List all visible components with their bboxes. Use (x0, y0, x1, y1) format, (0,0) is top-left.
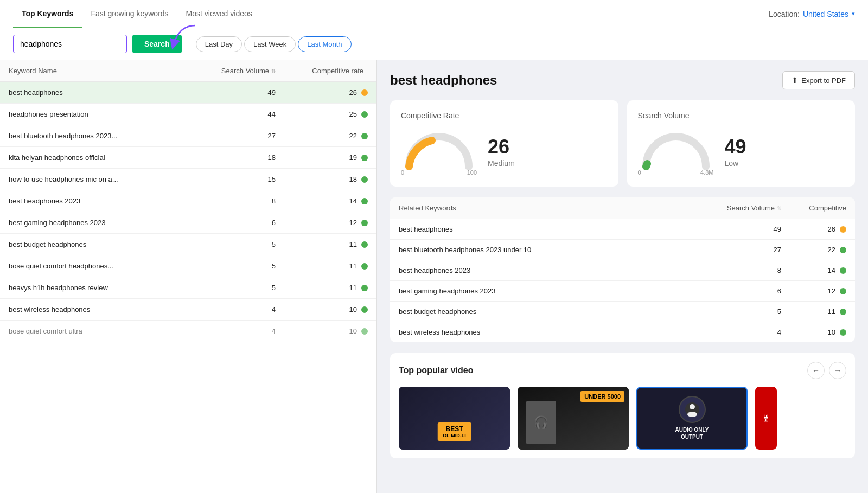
detail-header: best headphones ⬆ Export to PDF (390, 71, 855, 89)
search-volume-label: Low (725, 159, 746, 168)
kw-name: best budget headphones (9, 240, 210, 248)
rel-kw-volume: 6 (700, 287, 787, 295)
video-prev-button[interactable]: ← (807, 362, 825, 379)
related-keywords-header: Related Keywords Search Volume ⇅ Competi… (390, 197, 855, 219)
kw-name: headphones presentation (9, 110, 210, 118)
top-nav: Top Keywords Fast growing keywords Most … (0, 0, 868, 28)
video-thumb-3[interactable]: AUDIO ONLYOUTPUT (636, 387, 748, 450)
competitive-rate-title: Competitive Rate (401, 111, 608, 120)
table-row[interactable]: headphones presentation 44 25 (0, 104, 376, 125)
rel-kw-rate: 14 (787, 266, 846, 274)
search-input[interactable] (13, 35, 127, 53)
nav-tabs: Top Keywords Fast growing keywords Most … (13, 0, 261, 28)
table-row[interactable]: how to use headphones mic on a... 15 18 (0, 169, 376, 190)
table-row[interactable]: heavys h1h headphones review 5 11 (0, 277, 376, 299)
kw-name: kita heiyan headphones official (9, 153, 210, 162)
rel-kw-volume: 49 (700, 225, 787, 233)
kw-volume: 44 (210, 110, 286, 118)
search-button[interactable]: Search (132, 35, 182, 53)
rel-col-keyword: Related Keywords (399, 204, 700, 212)
rel-row[interactable]: best bluetooth headphones 2023 under 10 … (390, 240, 855, 260)
kw-name: best headphones 2023 (9, 197, 210, 205)
keyword-title: best headphones (390, 73, 497, 88)
rel-sort-icon[interactable]: ⇅ (777, 205, 781, 211)
location-label: Location: (769, 10, 800, 18)
video-section-title: Top popular video (399, 366, 473, 375)
rel-row[interactable]: best budget headphones 5 11 (390, 302, 855, 322)
competitive-rate-value: 26 (488, 137, 515, 157)
search-volume-card: Search Volume 0 4.8M (627, 100, 856, 187)
sv-gauge-min: 0 (638, 169, 641, 176)
video-next-button[interactable]: → (829, 362, 846, 379)
rel-kw-volume: 4 (700, 328, 787, 336)
search-volume-value: 49 (725, 137, 746, 157)
main-layout: Keyword Name Search Volume ⇅ Competitive… (0, 60, 868, 493)
kw-volume: 5 (210, 240, 286, 248)
kw-volume: 15 (210, 175, 286, 183)
kw-name: best bluetooth headphones 2023... (9, 132, 210, 140)
col-search-volume[interactable]: Search Volume ⇅ (210, 67, 286, 75)
gauge-max: 100 (467, 169, 477, 176)
location-chevron-icon: ▾ (852, 10, 855, 17)
right-panel: best headphones ⬆ Export to PDF Competit… (377, 60, 868, 493)
search-area: Search Last Day Last Week Last Month (0, 28, 868, 60)
kw-rate: 19 (286, 153, 368, 162)
location-selector[interactable]: Location: United States ▾ (769, 10, 855, 18)
gauge-min: 0 (401, 169, 404, 176)
tab-top-keywords[interactable]: Top Keywords (13, 0, 82, 28)
filter-last-week[interactable]: Last Week (244, 36, 296, 52)
kw-volume: 49 (210, 88, 286, 97)
kw-volume: 18 (210, 153, 286, 162)
rel-kw-rate: 26 (787, 225, 846, 233)
table-row[interactable]: best budget headphones 5 11 (0, 234, 376, 255)
kw-rate: 18 (286, 175, 368, 183)
col-keyword-name: Keyword Name (9, 67, 210, 75)
rel-kw-volume: 5 (700, 308, 787, 316)
competitive-rate-label: Medium (488, 159, 515, 168)
rel-row[interactable]: best headphones 49 26 (390, 219, 855, 240)
table-row[interactable]: best bluetooth headphones 2023... 27 22 (0, 125, 376, 147)
table-row[interactable]: bose quiet comfort headphones... 5 11 (0, 255, 376, 277)
rel-kw-rate: 11 (787, 308, 846, 316)
table-row[interactable]: best headphones 2023 8 14 (0, 190, 376, 212)
rel-kw-volume: 27 (700, 246, 787, 254)
video-thumb-2[interactable]: UNDER 5000 🎧 (518, 387, 629, 450)
kw-name: bose quiet comfort ultra (9, 327, 210, 335)
filter-last-month[interactable]: Last Month (298, 36, 351, 52)
export-button[interactable]: ⬆ Export to PDF (782, 71, 855, 89)
kw-name: heavys h1h headphones review (9, 284, 210, 292)
table-row[interactable]: best headphones 49 26 (0, 82, 376, 104)
rel-col-competitive: Competitive (787, 204, 846, 212)
kw-rate: 10 (286, 327, 368, 335)
rel-row[interactable]: best wireless headphones 4 10 (390, 322, 855, 342)
kw-volume: 27 (210, 132, 286, 140)
video-thumb-4[interactable]: HE (755, 387, 777, 450)
kw-volume: 6 (210, 219, 286, 227)
sv-gauge-max: 4.8M (700, 169, 713, 176)
rel-kw-rate: 22 (787, 246, 846, 254)
filter-last-day[interactable]: Last Day (196, 36, 242, 52)
kw-volume: 4 (210, 305, 286, 313)
rel-row[interactable]: best gaming headphones 2023 6 12 (390, 281, 855, 302)
kw-volume: 5 (210, 262, 286, 270)
table-row[interactable]: best gaming headphones 2023 6 12 (0, 212, 376, 234)
rel-row[interactable]: best headphones 2023 8 14 (390, 260, 855, 281)
kw-rate: 14 (286, 197, 368, 205)
rel-kw-name: best wireless headphones (399, 328, 700, 336)
export-label: Export to PDF (801, 76, 846, 85)
tab-most-viewed[interactable]: Most viewed videos (177, 0, 261, 28)
video-thumb-1[interactable]: BEST OF MID-FI (399, 387, 510, 450)
location-value[interactable]: United States (803, 10, 848, 18)
table-row[interactable]: best wireless headphones 4 10 (0, 299, 376, 321)
competitive-rate-card: Competitive Rate 0 100 (390, 100, 618, 187)
video-nav-buttons: ← → (807, 362, 846, 379)
table-row[interactable]: bose quiet comfort ultra 4 10 (0, 321, 376, 342)
rel-kw-rate: 12 (787, 287, 846, 295)
table-row[interactable]: kita heiyan headphones official 18 19 (0, 147, 376, 169)
tab-fast-growing[interactable]: Fast growing keywords (82, 0, 177, 28)
sort-volume-icon[interactable]: ⇅ (271, 68, 276, 74)
kw-volume: 8 (210, 197, 286, 205)
rel-col-volume[interactable]: Search Volume ⇅ (700, 204, 787, 212)
kw-name: best gaming headphones 2023 (9, 219, 210, 227)
kw-volume: 4 (210, 327, 286, 335)
